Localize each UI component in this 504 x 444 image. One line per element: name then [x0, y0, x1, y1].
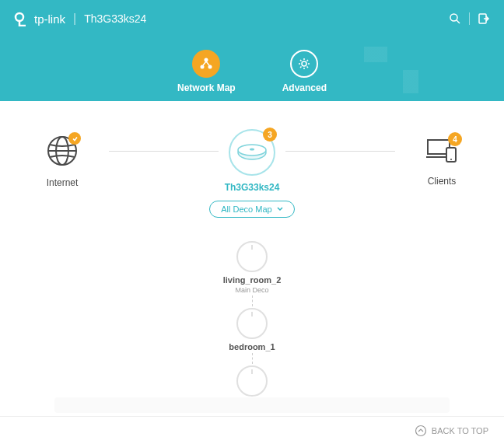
header-actions	[449, 12, 490, 25]
svg-line-2	[457, 20, 460, 23]
back-to-top[interactable]: BACK TO TOP	[0, 416, 504, 444]
clients-label: Clients	[428, 176, 457, 187]
deco-disc-icon	[236, 241, 268, 272]
svg-point-18	[415, 425, 425, 435]
search-icon[interactable]	[449, 12, 461, 25]
tabs: Network Map Advanced	[0, 50, 504, 93]
internet-icon	[45, 134, 79, 171]
main-content: Internet 3 Th3G33ks24 4 Clients All Deco…	[0, 101, 504, 409]
tab-label: Advanced	[282, 82, 327, 93]
topbar: tp-link | Th3G33ks24	[0, 0, 504, 37]
tab-network-map[interactable]: Network Map	[177, 50, 236, 93]
unit-name: bedroom_1	[229, 342, 275, 351]
ssid-label: Th3G33ks24	[84, 12, 146, 25]
deco-disc-icon	[236, 308, 268, 339]
deco-map-dropdown[interactable]: All Deco Map	[209, 201, 294, 218]
status-check-icon	[68, 132, 81, 145]
internet-label: Internet	[47, 177, 79, 188]
advanced-icon	[290, 50, 318, 78]
svg-point-0	[16, 13, 23, 21]
separator: |	[73, 12, 76, 26]
separator	[469, 12, 470, 25]
unit-sub: Main Deco	[235, 286, 268, 294]
dropdown-label: All Deco Map	[221, 205, 271, 214]
topology-row: Internet 3 Th3G33ks24 4 Clients	[39, 129, 465, 193]
svg-point-1	[450, 14, 457, 21]
svg-point-4	[205, 58, 208, 62]
clients-count-badge: 4	[448, 132, 462, 146]
footer-panel	[54, 397, 450, 413]
internet-node[interactable]: Internet	[39, 134, 86, 188]
deco-unit[interactable]: bedroom_1	[229, 308, 275, 351]
tab-advanced[interactable]: Advanced	[282, 50, 327, 93]
svg-point-13	[250, 149, 254, 151]
deco-name-label: Th3G33ks24	[225, 182, 280, 193]
deco-count-badge: 3	[263, 128, 277, 142]
clients-node[interactable]: 4 Clients	[418, 135, 465, 187]
deco-icon: 3	[229, 129, 275, 176]
network-map-icon	[192, 50, 220, 78]
deco-node[interactable]: 3 Th3G33ks24	[219, 129, 286, 193]
deco-disc-icon	[236, 365, 268, 397]
tree-connector	[252, 295, 253, 306]
deco-unit[interactable]: living_room_2 Main Deco	[223, 241, 282, 294]
back-to-top-label: BACK TO TOP	[432, 426, 488, 435]
logout-icon[interactable]	[478, 12, 490, 25]
brand-logo: tp-link	[14, 11, 65, 26]
chevron-down-icon	[277, 207, 283, 212]
arrow-up-icon	[415, 425, 427, 437]
deco-tree: living_room_2 Main Deco bedroom_1 hallwa…	[39, 241, 465, 409]
tree-connector	[252, 353, 253, 364]
header: tp-link | Th3G33ks24 Network Map Advance…	[0, 0, 504, 101]
clients-icon: 4	[425, 135, 459, 170]
brand-text: tp-link	[34, 12, 65, 26]
tplink-logo-icon	[14, 11, 30, 26]
svg-point-17	[450, 159, 452, 160]
tab-label: Network Map	[177, 82, 236, 93]
unit-name: living_room_2	[223, 275, 282, 285]
svg-point-7	[302, 61, 306, 66]
